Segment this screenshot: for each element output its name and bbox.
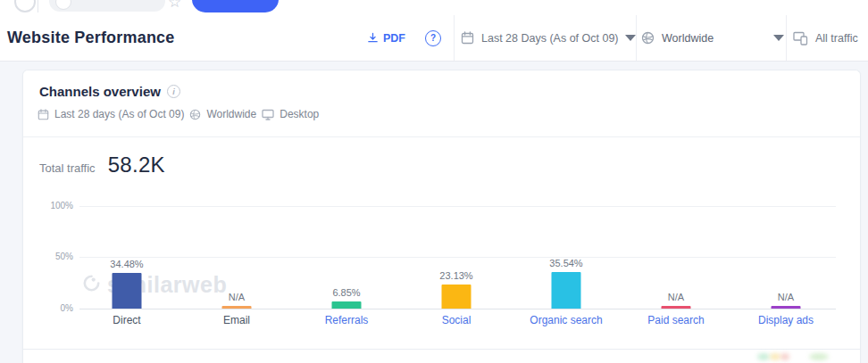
- card-section-divider: [23, 349, 860, 350]
- export-pdf-button[interactable]: PDF: [367, 15, 405, 61]
- globe-icon: [189, 109, 201, 120]
- blurred-content: [809, 353, 829, 360]
- header-divider: [636, 15, 637, 61]
- chevron-down-icon: [773, 35, 784, 41]
- page-header: Website Performance PDF ? Last 28 Days (…: [0, 15, 868, 62]
- card-header-divider: [23, 136, 860, 137]
- date-range-value: Last 28 Days (As of Oct 09): [481, 32, 619, 45]
- geo-value: Worldwide: [662, 32, 714, 45]
- category-label-direct: Direct: [113, 314, 140, 326]
- bar-column-display-ads: N/A: [732, 292, 840, 309]
- bar-column-direct: 34.48%: [73, 259, 181, 309]
- x-axis-baseline: [79, 309, 836, 309]
- site-favicon-badge: [55, 0, 71, 10]
- bar-paid-search[interactable]: [662, 306, 691, 309]
- geo-selector[interactable]: Worldwide: [641, 15, 784, 61]
- category-label-email: Email: [223, 314, 250, 326]
- bar-value-referrals: 6.85%: [332, 287, 360, 298]
- favorite-star-icon[interactable]: ☆: [168, 0, 181, 12]
- bar-value-social: 23.13%: [439, 270, 472, 281]
- pdf-label: PDF: [383, 32, 405, 45]
- chevron-down-icon: [625, 35, 636, 41]
- bar-column-social: 23.13%: [403, 270, 511, 309]
- total-traffic-value: 58.2K: [108, 153, 165, 177]
- card-title: Channels overview: [39, 84, 161, 99]
- page: ☆ Website Performance PDF ? Last 28 Days…: [0, 0, 868, 363]
- filter-date: Last 28 days (As of Oct 09): [54, 108, 184, 120]
- traffic-type-selector[interactable]: All traffic: [793, 15, 858, 61]
- bar-display-ads[interactable]: [772, 306, 801, 309]
- category-label-organic-search[interactable]: Organic search: [530, 314, 602, 326]
- top-toolbar: ☆: [0, 0, 868, 16]
- bar-referrals[interactable]: [332, 301, 362, 309]
- date-range-selector[interactable]: Last 28 Days (As of Oct 09): [461, 15, 636, 61]
- calendar-icon: [461, 31, 474, 45]
- help-button[interactable]: ?: [425, 15, 441, 61]
- search-pill[interactable]: [49, 0, 165, 12]
- calendar-icon: [38, 109, 49, 120]
- total-traffic-label: Total traffic: [39, 161, 96, 175]
- blurred-content: [770, 353, 780, 360]
- devices-icon: [793, 31, 808, 45]
- bar-value-email: N/A: [229, 292, 245, 302]
- y-tick-100: 100%: [41, 201, 73, 210]
- bar-organic-search[interactable]: [552, 272, 581, 309]
- y-tick-50: 50%: [41, 252, 73, 261]
- category-label-paid-search[interactable]: Paid search: [647, 314, 704, 326]
- toolbar-circle-button[interactable]: [14, 0, 36, 12]
- bar-column-email: N/A: [183, 292, 291, 309]
- filter-device: Desktop: [280, 108, 319, 120]
- category-labels: DirectEmailReferralsSocialOrganic search…: [79, 314, 836, 328]
- card-filters: Last 28 days (As of Oct 09) Worldwide De…: [38, 108, 319, 120]
- info-icon[interactable]: i: [167, 85, 180, 98]
- channels-overview-card: Channels overview i Last 28 days (As of …: [22, 70, 861, 363]
- bar-column-paid-search: N/A: [622, 292, 730, 309]
- bar-column-organic-search: 35.54%: [513, 258, 621, 309]
- bar-direct[interactable]: [113, 273, 142, 309]
- globe-icon: [641, 31, 655, 45]
- blurred-content: [780, 353, 789, 360]
- bar-value-paid-search: N/A: [668, 292, 684, 302]
- bar-value-direct: 34.48%: [110, 259, 143, 269]
- filter-geo: Worldwide: [206, 108, 256, 120]
- bar-email[interactable]: [222, 306, 252, 309]
- traffic-type-value: All traffic: [815, 32, 858, 45]
- category-label-display-ads[interactable]: Display ads: [758, 314, 814, 326]
- header-divider: [454, 15, 455, 61]
- plot-area: 34.48%N/A6.85%23.13%35.54%N/AN/A: [79, 206, 836, 309]
- download-icon: [367, 32, 379, 44]
- bar-value-organic-search: 35.54%: [549, 258, 582, 268]
- category-label-social[interactable]: Social: [442, 314, 472, 326]
- page-title: Website Performance: [7, 15, 175, 61]
- help-icon: ?: [425, 30, 441, 46]
- header-divider: [786, 15, 787, 61]
- blurred-content: [757, 353, 770, 360]
- bar-column-referrals: 6.85%: [293, 287, 401, 309]
- desktop-icon: [262, 109, 274, 120]
- toolbar-divider: [38, 0, 38, 12]
- bar-value-display-ads: N/A: [778, 292, 794, 302]
- bar-social[interactable]: [442, 285, 472, 309]
- y-tick-0: 0%: [41, 303, 73, 313]
- category-label-referrals[interactable]: Referrals: [325, 314, 369, 326]
- primary-action-button[interactable]: [192, 0, 279, 12]
